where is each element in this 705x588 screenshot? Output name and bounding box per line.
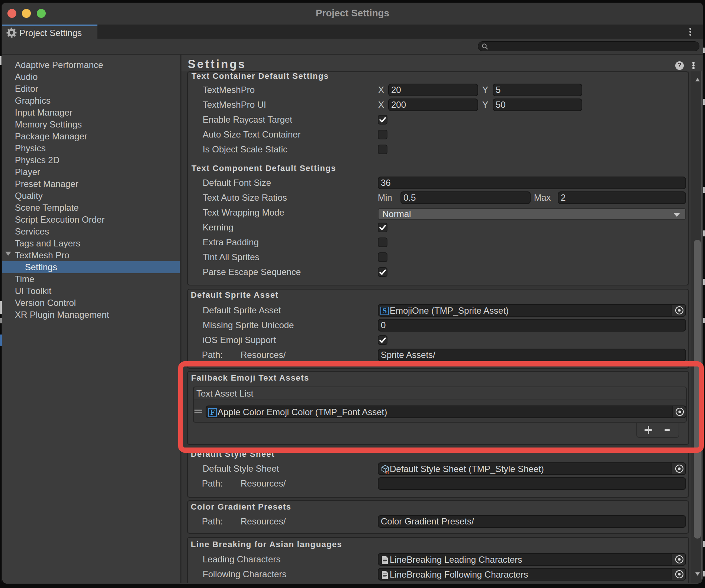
svg-text:{}: {} bbox=[385, 470, 389, 475]
